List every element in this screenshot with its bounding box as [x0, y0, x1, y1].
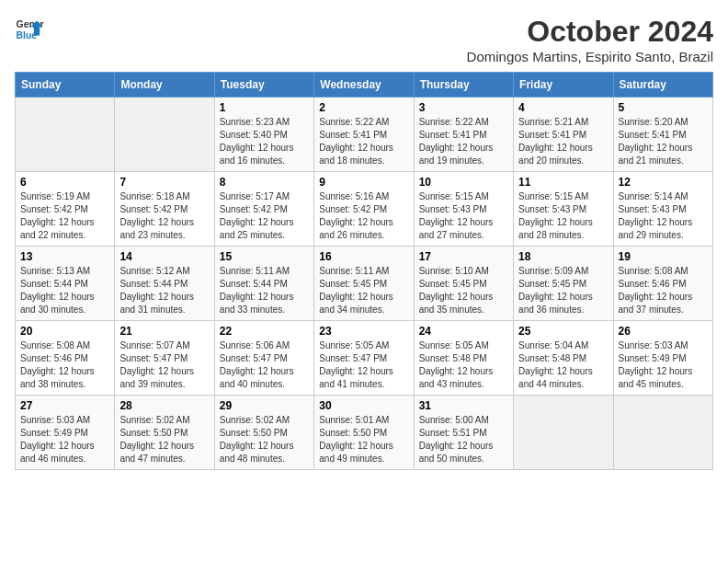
day-number: 29: [220, 399, 309, 412]
calendar-cell: 12Sunrise: 5:14 AMSunset: 5:43 PMDayligh…: [613, 172, 712, 247]
calendar-week-2: 6Sunrise: 5:19 AMSunset: 5:42 PMDaylight…: [16, 172, 713, 247]
title-block: October 2024 Domingos Martins, Espirito …: [467, 15, 713, 64]
day-info: Sunrise: 5:07 AMSunset: 5:47 PMDaylight:…: [119, 339, 209, 391]
calendar-cell: [613, 396, 712, 470]
day-info: Sunrise: 5:16 AMSunset: 5:42 PMDaylight:…: [319, 190, 408, 242]
logo-icon: General Blue: [15, 15, 44, 44]
day-info: Sunrise: 5:10 AMSunset: 5:45 PMDaylight:…: [419, 265, 508, 316]
day-info: Sunrise: 5:19 AMSunset: 5:42 PMDaylight:…: [20, 190, 109, 242]
day-number: 20: [20, 325, 109, 338]
column-header-saturday: Saturday: [613, 73, 712, 98]
calendar-cell: 20Sunrise: 5:08 AMSunset: 5:46 PMDayligh…: [16, 321, 115, 396]
day-number: 22: [220, 325, 309, 338]
day-info: Sunrise: 5:11 AMSunset: 5:45 PMDaylight:…: [319, 265, 408, 316]
calendar-cell: [514, 396, 613, 470]
calendar-cell: 5Sunrise: 5:20 AMSunset: 5:41 PMDaylight…: [613, 98, 712, 172]
day-number: 7: [119, 176, 209, 189]
calendar-body: 1Sunrise: 5:23 AMSunset: 5:40 PMDaylight…: [16, 98, 713, 470]
calendar-cell: 22Sunrise: 5:06 AMSunset: 5:47 PMDayligh…: [214, 321, 313, 396]
day-info: Sunrise: 5:03 AMSunset: 5:49 PMDaylight:…: [619, 339, 708, 391]
day-info: Sunrise: 5:02 AMSunset: 5:50 PMDaylight:…: [220, 414, 309, 465]
day-info: Sunrise: 5:17 AMSunset: 5:42 PMDaylight:…: [220, 190, 309, 242]
calendar-cell: 11Sunrise: 5:15 AMSunset: 5:43 PMDayligh…: [514, 172, 613, 247]
calendar-cell: 19Sunrise: 5:08 AMSunset: 5:46 PMDayligh…: [613, 247, 712, 321]
day-number: 23: [319, 325, 408, 338]
month-title: October 2024: [467, 15, 713, 49]
calendar-cell: 9Sunrise: 5:16 AMSunset: 5:42 PMDaylight…: [314, 172, 414, 247]
day-number: 9: [319, 176, 408, 189]
calendar-cell: 29Sunrise: 5:02 AMSunset: 5:50 PMDayligh…: [214, 396, 313, 470]
column-header-monday: Monday: [115, 73, 214, 98]
calendar-cell: 24Sunrise: 5:05 AMSunset: 5:48 PMDayligh…: [414, 321, 513, 396]
day-info: Sunrise: 5:15 AMSunset: 5:43 PMDaylight:…: [518, 190, 608, 242]
calendar-cell: 14Sunrise: 5:12 AMSunset: 5:44 PMDayligh…: [115, 247, 214, 321]
calendar-week-5: 27Sunrise: 5:03 AMSunset: 5:49 PMDayligh…: [16, 396, 713, 470]
logo: General Blue: [15, 15, 44, 44]
calendar-week-3: 13Sunrise: 5:13 AMSunset: 5:44 PMDayligh…: [16, 247, 713, 321]
day-info: Sunrise: 5:09 AMSunset: 5:45 PMDaylight:…: [518, 265, 608, 316]
day-info: Sunrise: 5:18 AMSunset: 5:42 PMDaylight:…: [119, 190, 209, 242]
location-subtitle: Domingos Martins, Espirito Santo, Brazil: [467, 49, 713, 64]
day-info: Sunrise: 5:05 AMSunset: 5:48 PMDaylight:…: [419, 339, 508, 391]
calendar-week-4: 20Sunrise: 5:08 AMSunset: 5:46 PMDayligh…: [16, 321, 713, 396]
day-info: Sunrise: 5:05 AMSunset: 5:47 PMDaylight:…: [319, 339, 408, 391]
day-number: 4: [518, 101, 608, 114]
day-number: 19: [619, 250, 708, 263]
column-header-thursday: Thursday: [414, 73, 513, 98]
calendar-week-1: 1Sunrise: 5:23 AMSunset: 5:40 PMDaylight…: [16, 98, 713, 172]
calendar-cell: 28Sunrise: 5:02 AMSunset: 5:50 PMDayligh…: [115, 396, 214, 470]
day-number: 11: [518, 176, 608, 189]
day-number: 10: [419, 176, 508, 189]
calendar-header-row: SundayMondayTuesdayWednesdayThursdayFrid…: [16, 73, 713, 98]
calendar-cell: 10Sunrise: 5:15 AMSunset: 5:43 PMDayligh…: [414, 172, 513, 247]
day-info: Sunrise: 5:13 AMSunset: 5:44 PMDaylight:…: [20, 265, 109, 316]
calendar-cell: 6Sunrise: 5:19 AMSunset: 5:42 PMDaylight…: [16, 172, 115, 247]
day-number: 18: [518, 250, 608, 263]
calendar-cell: 2Sunrise: 5:22 AMSunset: 5:41 PMDaylight…: [314, 98, 414, 172]
calendar-cell: 21Sunrise: 5:07 AMSunset: 5:47 PMDayligh…: [115, 321, 214, 396]
day-info: Sunrise: 5:04 AMSunset: 5:48 PMDaylight:…: [518, 339, 608, 391]
calendar-cell: 16Sunrise: 5:11 AMSunset: 5:45 PMDayligh…: [314, 247, 414, 321]
day-info: Sunrise: 5:03 AMSunset: 5:49 PMDaylight:…: [20, 414, 109, 465]
day-number: 30: [319, 399, 408, 412]
calendar-cell: 31Sunrise: 5:00 AMSunset: 5:51 PMDayligh…: [414, 396, 513, 470]
day-info: Sunrise: 5:22 AMSunset: 5:41 PMDaylight:…: [319, 116, 408, 167]
calendar-cell: [115, 98, 214, 172]
day-number: 8: [220, 176, 309, 189]
calendar-cell: 15Sunrise: 5:11 AMSunset: 5:44 PMDayligh…: [214, 247, 313, 321]
day-info: Sunrise: 5:20 AMSunset: 5:41 PMDaylight:…: [619, 116, 708, 167]
day-info: Sunrise: 5:00 AMSunset: 5:51 PMDaylight:…: [419, 414, 508, 465]
day-number: 25: [518, 325, 608, 338]
day-number: 14: [119, 250, 209, 263]
day-info: Sunrise: 5:23 AMSunset: 5:40 PMDaylight:…: [220, 116, 309, 167]
day-info: Sunrise: 5:01 AMSunset: 5:50 PMDaylight:…: [319, 414, 408, 465]
day-number: 5: [619, 101, 708, 114]
day-info: Sunrise: 5:14 AMSunset: 5:43 PMDaylight:…: [619, 190, 708, 242]
day-number: 6: [20, 176, 109, 189]
day-number: 12: [619, 176, 708, 189]
calendar-cell: 4Sunrise: 5:21 AMSunset: 5:41 PMDaylight…: [514, 98, 613, 172]
column-header-friday: Friday: [514, 73, 613, 98]
day-number: 31: [419, 399, 508, 412]
day-number: 13: [20, 250, 109, 263]
day-info: Sunrise: 5:08 AMSunset: 5:46 PMDaylight:…: [619, 265, 708, 316]
day-number: 24: [419, 325, 508, 338]
day-number: 21: [119, 325, 209, 338]
day-number: 28: [119, 399, 209, 412]
day-number: 15: [220, 250, 309, 263]
day-info: Sunrise: 5:21 AMSunset: 5:41 PMDaylight:…: [518, 116, 608, 167]
calendar-cell: 26Sunrise: 5:03 AMSunset: 5:49 PMDayligh…: [613, 321, 712, 396]
calendar-cell: 7Sunrise: 5:18 AMSunset: 5:42 PMDaylight…: [115, 172, 214, 247]
day-number: 3: [419, 101, 508, 114]
calendar-cell: 23Sunrise: 5:05 AMSunset: 5:47 PMDayligh…: [314, 321, 414, 396]
day-info: Sunrise: 5:12 AMSunset: 5:44 PMDaylight:…: [119, 265, 209, 316]
day-info: Sunrise: 5:15 AMSunset: 5:43 PMDaylight:…: [419, 190, 508, 242]
calendar-cell: 17Sunrise: 5:10 AMSunset: 5:45 PMDayligh…: [414, 247, 513, 321]
calendar-cell: 27Sunrise: 5:03 AMSunset: 5:49 PMDayligh…: [16, 396, 115, 470]
calendar-cell: 18Sunrise: 5:09 AMSunset: 5:45 PMDayligh…: [514, 247, 613, 321]
day-number: 17: [419, 250, 508, 263]
day-number: 26: [619, 325, 708, 338]
calendar-cell: 8Sunrise: 5:17 AMSunset: 5:42 PMDaylight…: [214, 172, 313, 247]
calendar-cell: 13Sunrise: 5:13 AMSunset: 5:44 PMDayligh…: [16, 247, 115, 321]
calendar-cell: 30Sunrise: 5:01 AMSunset: 5:50 PMDayligh…: [314, 396, 414, 470]
